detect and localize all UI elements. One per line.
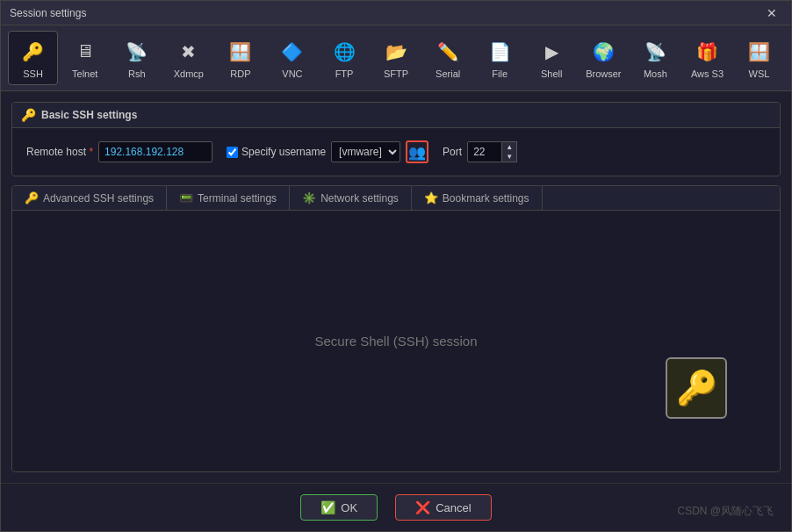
file-icon: 📄 xyxy=(486,38,514,66)
mosh-label: Mosh xyxy=(644,68,667,79)
serial-label: Serial xyxy=(436,68,460,79)
network-tab-icon: ✳️ xyxy=(302,191,316,205)
cancel-icon: ❌ xyxy=(415,500,430,514)
advanced-tab-icon: 🔑 xyxy=(25,191,39,205)
port-group: Port ▲ ▼ xyxy=(443,141,517,162)
ssh-key-icon: 🔑 xyxy=(676,369,717,407)
toolbar-item-serial[interactable]: ✏️Serial xyxy=(423,31,473,85)
advanced-tab-label: Advanced SSH settings xyxy=(43,192,154,205)
browser-icon: 🌍 xyxy=(589,38,617,66)
main-content: 🔑 Basic SSH settings Remote host * Speci… xyxy=(1,91,791,483)
toolbar-item-browser[interactable]: 🌍Browser xyxy=(579,31,629,85)
port-increment-button[interactable]: ▲ xyxy=(502,142,516,152)
toolbar-item-rsh[interactable]: 📡Rsh xyxy=(112,31,162,85)
toolbar-item-awss3[interactable]: 🎁Aws S3 xyxy=(682,31,732,85)
xdmcp-label: Xdmcp xyxy=(174,68,204,79)
basic-settings-body: Remote host * Specify username [vmware] … xyxy=(12,128,780,176)
toolbar-item-shell[interactable]: ▶Shell xyxy=(527,31,577,85)
cancel-label: Cancel xyxy=(436,501,471,514)
wsl-icon: 🪟 xyxy=(745,38,774,66)
shell-label: Shell xyxy=(541,68,562,79)
bookmark-tab-icon: ⭐ xyxy=(424,191,438,205)
title-bar: Session settings ✕ xyxy=(1,1,791,25)
port-label: Port xyxy=(443,146,462,158)
footer: ✅ OK ❌ Cancel CSDN @风随心飞飞 xyxy=(1,483,791,531)
telnet-label: Telnet xyxy=(72,68,97,79)
ok-icon: ✅ xyxy=(320,500,335,514)
toolbar-item-sftp[interactable]: 📂SFTP xyxy=(371,31,421,85)
shell-icon: ▶ xyxy=(537,38,565,66)
remote-host-label: Remote host * xyxy=(26,146,93,158)
toolbar-item-file[interactable]: 📄File xyxy=(475,31,525,85)
mosh-icon: 📡 xyxy=(641,38,669,66)
rdp-label: RDP xyxy=(230,68,250,79)
basic-ssh-header-icon: 🔑 xyxy=(21,108,36,122)
toolbar-item-ssh[interactable]: 🔑SSH xyxy=(8,31,58,85)
watermark: CSDN @风随心飞飞 xyxy=(677,504,774,519)
rsh-label: Rsh xyxy=(128,68,146,79)
tab-terminal[interactable]: 📟Terminal settings xyxy=(167,186,290,210)
rsh-icon: 📡 xyxy=(123,38,151,66)
network-tab-label: Network settings xyxy=(320,192,399,205)
toolbar-item-xdmcp[interactable]: ✖Xdmcp xyxy=(163,31,213,85)
manage-users-icon: 👥 xyxy=(408,144,426,161)
file-label: File xyxy=(492,68,508,79)
close-button[interactable]: ✕ xyxy=(761,4,782,22)
basic-ssh-header-title: Basic SSH settings xyxy=(41,109,137,121)
toolbar-item-rdp[interactable]: 🪟RDP xyxy=(215,31,265,85)
telnet-icon: 🖥 xyxy=(71,38,99,66)
specify-username-label: Specify username xyxy=(241,146,326,158)
tabs-panel: 🔑Advanced SSH settings📟Terminal settings… xyxy=(11,185,781,472)
vnc-label: VNC xyxy=(282,68,302,79)
port-input-wrap: ▲ ▼ xyxy=(467,141,517,162)
remote-host-group: Remote host * xyxy=(26,141,212,162)
serial-icon: ✏️ xyxy=(434,38,462,66)
specify-username-checkbox-label[interactable]: Specify username xyxy=(227,146,326,158)
tabs-header: 🔑Advanced SSH settings📟Terminal settings… xyxy=(12,186,780,211)
toolbar: 🔑SSH🖥Telnet📡Rsh✖Xdmcp🪟RDP🔷VNC🌐FTP📂SFTP✏️… xyxy=(1,25,791,91)
ssh-icon: 🔑 xyxy=(19,38,47,66)
toolbar-item-ftp[interactable]: 🌐FTP xyxy=(319,31,369,85)
awss3-icon: 🎁 xyxy=(693,38,721,66)
tab-network[interactable]: ✳️Network settings xyxy=(290,186,412,210)
vnc-icon: 🔷 xyxy=(278,38,306,66)
port-input[interactable] xyxy=(467,141,502,162)
basic-ssh-panel: 🔑 Basic SSH settings Remote host * Speci… xyxy=(11,102,781,176)
ssh-label: SSH xyxy=(23,68,43,79)
ok-label: OK xyxy=(341,501,357,514)
toolbar-item-wsl[interactable]: 🪟WSL xyxy=(734,31,784,85)
sftp-icon: 📂 xyxy=(382,38,410,66)
port-decrement-button[interactable]: ▼ xyxy=(502,152,516,162)
session-label: Secure Shell (SSH) session xyxy=(314,334,477,349)
window-title: Session settings xyxy=(10,7,86,19)
manage-users-button[interactable]: 👥 xyxy=(406,140,428,163)
specify-username-group: Specify username [vmware] 👥 xyxy=(227,140,428,163)
sftp-label: SFTP xyxy=(384,68,408,79)
cancel-button[interactable]: ❌ Cancel xyxy=(395,494,491,521)
tab-advanced[interactable]: 🔑Advanced SSH settings xyxy=(12,186,167,210)
ssh-key-icon-box: 🔑 xyxy=(666,357,727,419)
basic-ssh-header: 🔑 Basic SSH settings xyxy=(12,103,780,128)
xdmcp-icon: ✖ xyxy=(175,38,203,66)
toolbar-item-mosh[interactable]: 📡Mosh xyxy=(630,31,680,85)
bookmark-tab-label: Bookmark settings xyxy=(443,192,529,205)
username-select[interactable]: [vmware] xyxy=(331,141,400,162)
ftp-icon: 🌐 xyxy=(330,38,358,66)
tabs-body: Secure Shell (SSH) session 🔑 xyxy=(12,211,780,471)
specify-username-checkbox[interactable] xyxy=(227,147,238,158)
ok-button[interactable]: ✅ OK xyxy=(300,494,378,521)
terminal-tab-label: Terminal settings xyxy=(198,192,277,205)
ftp-label: FTP xyxy=(335,68,354,79)
toolbar-item-vnc[interactable]: 🔷VNC xyxy=(267,31,317,85)
port-spinner: ▲ ▼ xyxy=(502,141,517,162)
terminal-tab-icon: 📟 xyxy=(179,191,193,205)
toolbar-item-telnet[interactable]: 🖥Telnet xyxy=(60,31,110,85)
remote-host-input[interactable] xyxy=(98,141,212,162)
wsl-label: WSL xyxy=(749,68,770,79)
awss3-label: Aws S3 xyxy=(691,68,724,79)
browser-label: Browser xyxy=(586,68,621,79)
session-settings-window: Session settings ✕ 🔑SSH🖥Telnet📡Rsh✖Xdmcp… xyxy=(0,0,792,532)
tab-bookmark[interactable]: ⭐Bookmark settings xyxy=(412,186,543,210)
rdp-icon: 🪟 xyxy=(227,38,255,66)
